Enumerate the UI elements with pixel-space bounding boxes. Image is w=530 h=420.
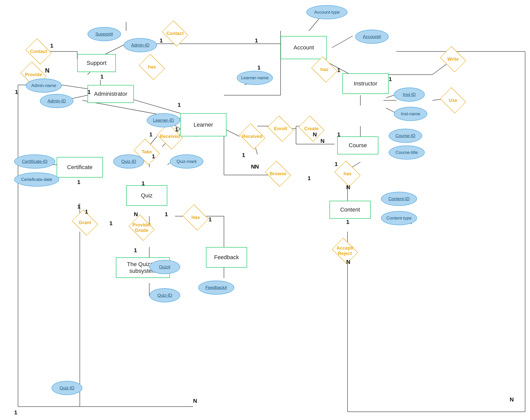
- card-N-browse: N: [255, 163, 259, 170]
- card-1-learner-left: 1: [178, 102, 181, 108]
- attr-course-title: Course-title: [389, 145, 425, 160]
- entity-quiz: Quiz: [126, 185, 167, 206]
- card-1-provide-grade-bottom: 1: [134, 247, 137, 254]
- attr-quiz-id-lowest: Quiz-ID: [51, 381, 82, 395]
- attr-learner-name: Learner-name: [237, 71, 273, 85]
- attr-admin-name: Admin-name: [26, 78, 62, 93]
- attr-learner-id: Learner-ID: [147, 113, 180, 127]
- card-N-border-bottom-right: N: [510, 396, 514, 403]
- rel-has-account-instructor: has: [309, 60, 340, 78]
- svg-line-3: [332, 36, 353, 48]
- attr-account-hash: Account#: [355, 30, 389, 44]
- rel-enroll: Enroll: [265, 120, 296, 138]
- card-N-border-bottom-left: N: [193, 398, 197, 404]
- card-N-provide-grade-top: N: [134, 211, 138, 218]
- card-1-create-right: 1: [337, 131, 340, 138]
- card-1-has-top: 1: [335, 161, 338, 168]
- rel-use: Use: [438, 91, 468, 109]
- attr-admin-id-admin: Admin-ID: [40, 94, 73, 108]
- card-1-take-bottom: 1: [142, 180, 145, 187]
- card-1-contact-left-top: 1: [50, 42, 53, 49]
- card-1-take-top: 1: [149, 131, 152, 138]
- card-1-has-qf-left: 1: [165, 211, 168, 218]
- rel-create: Create: [296, 120, 327, 138]
- card-1-received-left-top: 1: [175, 126, 178, 133]
- card-N-accept-bottom: N: [346, 259, 350, 265]
- card-1-accept-top: 1: [346, 219, 349, 225]
- attr-certificate-id: Certificate-ID: [14, 154, 55, 169]
- card-N-received-right: N: [251, 163, 255, 170]
- attr-inst-id: Inst-ID: [394, 87, 425, 102]
- card-1-admin-left: 1: [15, 89, 18, 95]
- attr-quiz-id-bottom: Quiz-ID: [149, 288, 180, 302]
- card-1-cert-top: 1: [77, 179, 80, 186]
- er-diagram: Account Support Administrator Learner In…: [0, 0, 530, 420]
- card-1-instructor-right: 1: [389, 76, 392, 83]
- rel-grant: Grant: [69, 214, 100, 232]
- entity-content: Content: [329, 201, 371, 219]
- entity-course: Course: [337, 136, 378, 154]
- entity-support: Support: [77, 54, 116, 72]
- rel-received-right: Received: [237, 127, 268, 145]
- attr-quiz-id-top: Quiz-ID: [113, 154, 144, 169]
- card-N-course-content: N: [346, 184, 350, 191]
- card-1-admin-right: 1: [88, 89, 91, 95]
- card-1-contact-top-left: 1: [160, 37, 163, 44]
- attr-course-id: Course-ID: [389, 129, 422, 143]
- svg-line-11: [62, 85, 88, 89]
- entity-instructor: Instructor: [342, 73, 389, 94]
- card-1-border-bottom: 1: [14, 409, 17, 416]
- entity-feedback: Feedback: [206, 247, 247, 268]
- card-1-grant-right: 1: [109, 220, 112, 227]
- entity-account: Account: [281, 36, 327, 59]
- card-1-grant-top: 1: [85, 208, 88, 215]
- attr-feedback-hash: Feedback#: [198, 281, 234, 295]
- card-N-enroll-right: N: [313, 131, 317, 138]
- card-1-cert-bottom: 1: [77, 203, 80, 210]
- attr-account-type: Account-type: [306, 5, 347, 19]
- entity-administrator: Administrator: [88, 85, 134, 103]
- card-1-instructor-left: 1: [337, 67, 340, 74]
- card-1-learner-top: 1: [257, 64, 260, 71]
- attr-support-hash: Support#: [88, 27, 121, 41]
- attr-content-type: Content-type: [381, 211, 417, 225]
- rel-contact-left: Contact: [23, 42, 54, 60]
- attr-quiz-hash: Quiz#: [149, 260, 180, 274]
- rel-accept-reject: Accept/ Reject: [329, 242, 360, 260]
- card-1-contact-top-right: 1: [255, 37, 258, 44]
- attr-certificate-date: Certeficate-date: [14, 172, 59, 187]
- rel-contact-top: Contact: [160, 24, 190, 42]
- entity-learner: Learner: [180, 113, 227, 136]
- rel-provide-grade: Provide/ Grade: [126, 219, 157, 237]
- card-1-received-right-bottom: 1: [242, 152, 245, 159]
- card-1-support-bottom: 1: [100, 73, 103, 80]
- rel-browse: Browse: [263, 165, 293, 183]
- rel-has-quiz-feedback: Has: [180, 208, 211, 226]
- rel-has-account-learner: has: [136, 58, 167, 76]
- attr-admin-id-support: Admin-ID: [124, 38, 157, 52]
- card-1-received-left-bottom: 1: [152, 153, 155, 160]
- card-N-provide: N: [45, 67, 49, 74]
- card-1-browse-right: 1: [308, 175, 311, 182]
- attr-inst-name: Inst-name: [394, 107, 427, 121]
- card-N-create-left: N: [320, 138, 325, 144]
- entity-certificate: Certificate: [57, 157, 103, 178]
- card-1-has-qf-right: 1: [208, 216, 212, 223]
- attr-quiz-mark: Quiz-mark: [170, 154, 203, 169]
- rel-write: Write: [438, 50, 468, 68]
- attr-content-id: Content-ID: [381, 192, 417, 206]
